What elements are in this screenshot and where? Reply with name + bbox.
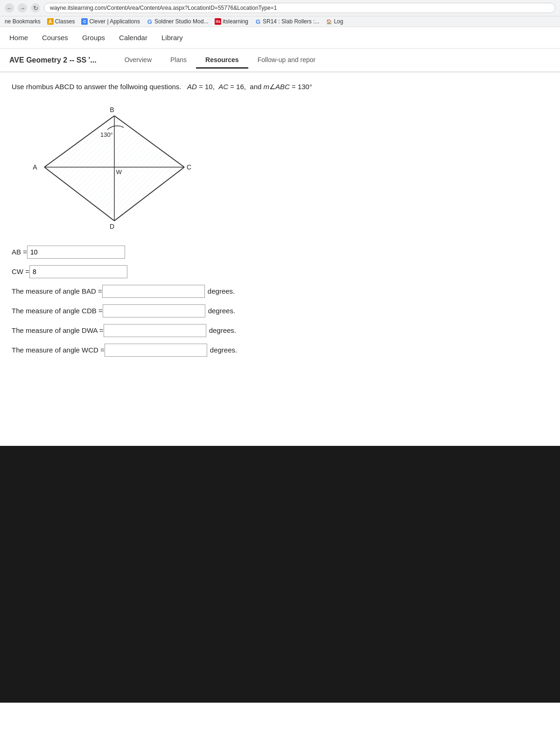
bookmark-label: ne Bookmarks [5, 18, 41, 25]
problem-statement: Use rhombus ABCD to answer the follwoing… [12, 82, 548, 92]
log-icon: 🏠 [326, 18, 332, 25]
diagram-container: B A C D W 130° [26, 102, 548, 234]
itslearning-icon: its [215, 18, 221, 25]
main-content: Use rhombus ABCD to answer the follwoing… [0, 72, 560, 446]
classes-icon: A [47, 18, 54, 25]
wcd-row: The measure of angle WCD = degrees. [12, 344, 548, 357]
itslearning-label: itslearning [223, 18, 248, 25]
content-title: AVE Geometry 2 -- SS '... [9, 56, 97, 64]
cw-input[interactable] [29, 265, 127, 278]
forward-button[interactable]: → [18, 3, 27, 13]
soldner-label: Soldner Studio Mod... [154, 18, 208, 25]
log-label: Log [334, 18, 343, 25]
nav-calendar[interactable]: Calendar [119, 32, 147, 43]
bad-label: The measure of angle BAD = [12, 287, 102, 295]
refresh-button[interactable]: ↻ [31, 3, 40, 13]
bookmark-ne-bookmarks: ne Bookmarks [5, 18, 41, 25]
tab-resources[interactable]: Resources [196, 52, 248, 69]
tab-followup[interactable]: Follow-up and repor [248, 52, 325, 69]
wcd-suffix: degrees. [210, 346, 237, 354]
bad-input[interactable] [102, 285, 205, 298]
bookmark-classes[interactable]: A Classes [47, 18, 75, 25]
bookmark-itslearning[interactable]: its itslearning [215, 18, 248, 25]
sr14-icon: G [255, 18, 261, 25]
clever-label: Clever | Applications [89, 18, 140, 25]
nav-home[interactable]: Home [9, 32, 28, 43]
label-D: D [110, 223, 114, 230]
cdb-input[interactable] [103, 304, 205, 317]
address-bar[interactable]: wayne.itslearning.com/ContentArea/Conten… [44, 3, 555, 13]
wcd-label: The measure of angle WCD = [12, 346, 105, 354]
dwa-row: The measure of angle DWA = degrees. [12, 324, 548, 337]
label-C: C [187, 163, 191, 171]
dwa-input[interactable] [104, 324, 206, 337]
ab-input[interactable] [27, 246, 125, 259]
bookmark-clever[interactable]: C Clever | Applications [81, 18, 140, 25]
label-A: A [33, 163, 37, 171]
bottom-dark-area [0, 446, 560, 703]
bad-suffix: degrees. [208, 287, 235, 295]
label-W: W [116, 169, 122, 176]
cdb-row: The measure of angle CDB = degrees. [12, 304, 548, 317]
bookmark-log[interactable]: 🏠 Log [326, 18, 343, 25]
dwa-suffix: degrees. [209, 326, 236, 334]
ab-row: AB = [12, 246, 548, 259]
wcd-input[interactable] [105, 344, 207, 357]
ab-label: AB = [12, 248, 27, 256]
problem-text: Use rhombus ABCD to answer the follwoing… [12, 83, 182, 91]
content-navigation: AVE Geometry 2 -- SS '... Overview Plans… [0, 49, 560, 72]
rhombus-diagram: B A C D W 130° [26, 102, 203, 233]
bookmarks-bar: ne Bookmarks A Classes C Clever | Applic… [0, 16, 560, 27]
content-tabs: Overview Plans Resources Follow-up and r… [115, 52, 325, 68]
cdb-label: The measure of angle CDB = [12, 307, 103, 315]
nav-groups[interactable]: Groups [82, 32, 105, 43]
angle-label: 130° [100, 131, 113, 138]
dwa-label: The measure of angle DWA = [12, 326, 104, 334]
label-B: B [110, 106, 114, 113]
sr14-label: SR14 : Slab Rollers :... [263, 18, 319, 25]
bookmark-sr14[interactable]: G SR14 : Slab Rollers :... [255, 18, 319, 25]
cw-row: CW = [12, 265, 548, 278]
soldner-icon: G [147, 18, 153, 25]
nav-courses[interactable]: Courses [42, 32, 68, 43]
tab-plans[interactable]: Plans [161, 52, 196, 69]
bad-row: The measure of angle BAD = degrees. [12, 285, 548, 298]
back-button[interactable]: ← [5, 3, 14, 13]
nav-library[interactable]: Library [161, 32, 183, 43]
browser-bar: ← → ↻ wayne.itslearning.com/ContentArea/… [0, 0, 560, 16]
site-navigation: Home Courses Groups Calendar Library [0, 27, 560, 49]
cw-label: CW = [12, 268, 29, 275]
bookmark-soldner[interactable]: G Soldner Studio Mod... [147, 18, 208, 25]
cdb-suffix: degrees. [208, 307, 235, 315]
tab-overview[interactable]: Overview [115, 52, 161, 69]
clever-icon: C [81, 18, 88, 25]
classes-label: Classes [55, 18, 75, 25]
